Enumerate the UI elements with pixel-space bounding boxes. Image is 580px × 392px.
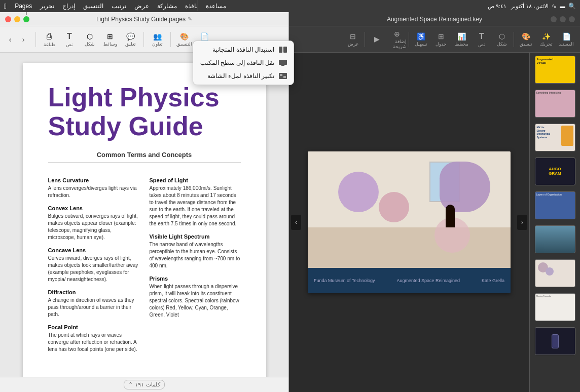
apple-logo-icon[interactable]:  (4, 2, 7, 10)
keynote-minimize-btn[interactable] (560, 16, 566, 22)
doc-section-title: Common Terms and Concepts (48, 151, 241, 159)
animate-icon: ✨ (542, 32, 551, 41)
term-concave-desc: Curves inward, diverges rays of light, m… (48, 255, 139, 283)
slide-thumb-9[interactable]: ٩ (530, 256, 580, 290)
print-button[interactable]: ⎙ طباعة (40, 28, 58, 51)
format-button[interactable]: 🎨 التنسيق (175, 28, 193, 51)
slide-thumb-10a[interactable]: ١٠٠٠ Moving Towards (530, 290, 580, 324)
search-icon[interactable]: 🔍 (568, 3, 576, 10)
keynote-sep-3 (365, 32, 365, 47)
menu-view[interactable]: عرض (132, 3, 151, 10)
keynote-animate-btn[interactable]: ✨ تحريك (536, 28, 556, 51)
slide-main-view: ‹ (289, 53, 529, 392)
move-to-desktop-option[interactable]: نقل النافذة إلى سطح المكتب (193, 56, 294, 69)
slide-thumbnail-3[interactable]: AugmentedVirtual (535, 56, 575, 84)
menu-insert[interactable]: إدراج (60, 3, 77, 10)
word-count-value: ١٩١ (135, 381, 144, 388)
add-slide-icon: ⊕ (394, 30, 400, 38)
keynote-play-btn[interactable]: ▶ (367, 28, 386, 51)
slide-thumb-6[interactable]: ٦ AUGOGRAM (530, 154, 580, 188)
term-prism-desc: When light passes through a dispersive p… (150, 283, 241, 319)
pages-bottom-bar: ⌃ ١٩١ كلمات (0, 377, 288, 392)
keynote-close-btn[interactable] (551, 16, 557, 22)
menu-edit[interactable]: تحرير (38, 3, 56, 10)
keynote-add-slide-btn[interactable]: ⊕ إضافة شريحة (387, 28, 407, 51)
menubar-date-time: الاثنين، ١٨ أكتوبر ٩:٤١ ص (488, 3, 549, 10)
slide-thumb-10b[interactable]: ١٠ (530, 324, 580, 358)
svg-rect-1 (283, 47, 287, 53)
keynote-toolbar: 📄 المستند ✨ تحريك 🎨 تنسيق ⬡ شكل T نص 📊 (289, 26, 580, 53)
keynote-format-btn[interactable]: 🎨 تنسيق (516, 28, 535, 51)
slide-thumb-8[interactable]: ٨ (530, 222, 580, 256)
close-button[interactable] (5, 16, 11, 22)
slide-thumbnail-8[interactable] (535, 225, 575, 253)
slide-thumbnail-4[interactable]: Something Interesting (535, 90, 575, 117)
menu-format[interactable]: التنسيق (81, 3, 105, 10)
slide-canvas: Funda Museum of Technology Augmented Spa… (308, 151, 511, 293)
keynote-sep-1 (514, 32, 514, 47)
text-button[interactable]: T نص (60, 28, 79, 51)
collaborate-button[interactable]: 👥 تعاون (148, 28, 166, 51)
chevron-up-icon: ⌃ (128, 381, 133, 388)
slide-thumb-4[interactable]: ٤ Something Interesting (530, 87, 580, 121)
comment-button[interactable]: 💬 تعليق (121, 28, 139, 51)
keynote-document-btn[interactable]: 📄 المستند (557, 28, 576, 51)
term-focal-desc: The point at which rays or waves converg… (48, 332, 139, 353)
menu-help[interactable]: مساعدة (204, 3, 228, 10)
blob-1 (338, 172, 379, 212)
keynote-shape-btn[interactable]: ⬡ شكل (492, 28, 512, 51)
keynote-fullscreen-btn[interactable] (569, 16, 575, 22)
media-icon: ⊞ (107, 32, 113, 41)
forward-button[interactable]: › (17, 33, 29, 46)
slide-thumbnail-9[interactable] (535, 259, 575, 287)
edit-indicator: ✎ (188, 16, 192, 22)
pages-doc-content: Light Physics Study Guide Common Terms a… (0, 53, 288, 377)
fullscreen-label: تكبير النافذة لملء الشاشة (207, 72, 274, 80)
slide-thumbnail-5[interactable]: Micro-Electro-MechanicalSystems (535, 124, 575, 151)
tile-icon (278, 46, 287, 53)
person-silhouette (446, 205, 455, 227)
keynote-table-btn[interactable]: ⊞ جدول (431, 28, 451, 51)
keynote-chart-btn[interactable]: 📊 مخطط (452, 28, 471, 51)
slide-next-button[interactable]: › (517, 215, 527, 230)
slide-thumbnail-10a[interactable]: Moving Towards (535, 293, 575, 321)
word-count-badge[interactable]: ⌃ ١٩١ كلمات (124, 380, 165, 389)
back-button[interactable]: ‹ (4, 33, 16, 46)
keynote-accessibility-btn[interactable]: ♿ تسهيل (411, 28, 430, 51)
slide-thumbnail-7[interactable]: Layers of Organization (535, 191, 575, 219)
keynote-view-btn[interactable]: ⊟ عرض (343, 28, 362, 51)
slide-thumb-7[interactable]: ٧ Layers of Organization (530, 188, 580, 222)
word-count-label: كلمات (146, 381, 160, 388)
keynote-text-btn[interactable]: T نص (472, 28, 491, 51)
collaborate-icon: 👥 (153, 32, 162, 41)
svg-rect-4 (279, 73, 287, 79)
tile-windows-option[interactable]: استبدال النافذة المتجانبة (193, 43, 294, 56)
accessibility-icon: ♿ (417, 32, 425, 41)
chart-icon: 📊 (457, 32, 466, 41)
menu-pages[interactable]: Pages (13, 3, 34, 10)
minimize-button[interactable] (14, 16, 20, 22)
menu-share[interactable]: مشاركة (155, 3, 179, 10)
term-speed-title: Speed of Light (150, 177, 241, 183)
pages-document-title: Light Physics Study Guide.pages (96, 16, 186, 23)
svg-rect-2 (279, 60, 287, 65)
shape-button[interactable]: ⬡ شكل (81, 28, 99, 51)
slide-thumbnail-6[interactable]: AUGOGRAM (535, 158, 575, 185)
svg-rect-5 (280, 74, 282, 76)
fullscreen-option[interactable]: تكبير النافذة لملء الشاشة (193, 69, 294, 83)
text-icon: T (67, 32, 72, 41)
media-button[interactable]: ⊞ وسائط (101, 28, 119, 51)
format-icon: 🎨 (180, 32, 189, 41)
menu-arrange[interactable]: ترتيب (110, 3, 128, 10)
slide-prev-button[interactable]: ‹ (291, 215, 301, 230)
slide-thumbnail-10b[interactable] (535, 327, 575, 355)
pages-panel: انقر لعرض خيارات النافذة. Light Physics … (0, 12, 289, 392)
slide-thumb-5[interactable]: ٥ Micro-Electro-MechanicalSystems (530, 121, 580, 154)
table-icon: ⊞ (438, 32, 444, 41)
slide-thumb-3[interactable]: ٣ AugmentedVirtual (530, 53, 580, 87)
annotation-line (197, 0, 198, 11)
fullscreen-button[interactable] (23, 16, 29, 22)
term-diffraction-desc: A change in direction of waves as they p… (48, 297, 139, 318)
document-icon: 📄 (200, 32, 209, 41)
keynote-format-icon: 🎨 (522, 32, 530, 41)
